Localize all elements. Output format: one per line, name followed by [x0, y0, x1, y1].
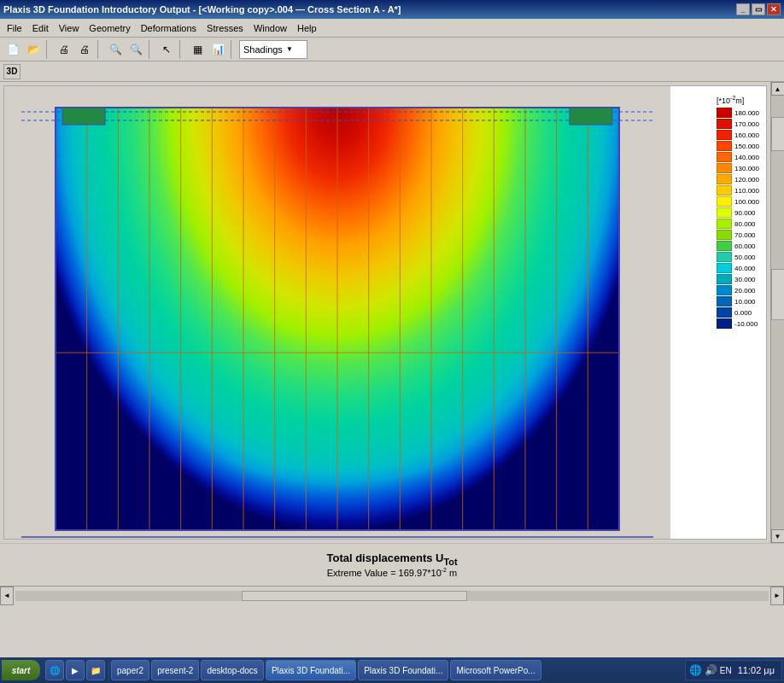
legend-value-label: 60.000: [734, 242, 755, 250]
minimize-btn[interactable]: _: [736, 3, 750, 15]
legend-value-label: 150.000: [734, 143, 759, 150]
open-btn[interactable]: 📂: [24, 40, 43, 59]
legend-entry: -10.000: [717, 318, 759, 329]
legend-color-box: [717, 285, 732, 295]
color-legend: [*10-2m] 180.000170.000160.000150.000140…: [717, 95, 759, 330]
legend-entry: 150.000: [717, 141, 759, 151]
status-bar: ◄ ►: [0, 586, 784, 604]
new-btn[interactable]: 📄: [3, 40, 22, 59]
close-btn[interactable]: ✕: [767, 3, 781, 15]
legend-color-box: [717, 152, 732, 162]
legend-color-box: [717, 318, 732, 329]
legend-color-box: [717, 219, 732, 229]
legend-entry: 180.000: [717, 108, 759, 118]
legend-entry: 30.000: [717, 274, 759, 284]
legend-value-label: 40.000: [734, 265, 755, 272]
restore-btn[interactable]: ▭: [752, 3, 765, 15]
menu-view[interactable]: View: [54, 20, 85, 37]
sep1: [46, 40, 51, 59]
legend-value-label: 110.000: [734, 187, 759, 195]
legend-color-box: [717, 163, 732, 173]
taskbar-powerpoint[interactable]: Microsoft PowerPo...: [450, 660, 541, 680]
menu-bar: File Edit View Geometry Deformations Str…: [0, 19, 784, 38]
legend-color-box: [717, 119, 732, 129]
legend-value-label: 130.000: [734, 165, 759, 172]
legend-value-label: 80.000: [734, 220, 755, 228]
menu-file[interactable]: File: [2, 20, 27, 37]
quick-launch: 🌐 ▶ 📁: [42, 660, 109, 680]
menu-help[interactable]: Help: [292, 20, 322, 37]
start-button[interactable]: start: [2, 660, 40, 680]
window-title: Plaxis 3D Foundation Introductory Output…: [3, 4, 401, 15]
volume-icon: 🔊: [705, 664, 717, 676]
h-scroll-track: [15, 591, 769, 601]
legend-color-box: [717, 130, 732, 140]
zoom-in-btn[interactable]: 🔍: [106, 40, 125, 59]
zoom-out-btn[interactable]: 🔍: [126, 40, 145, 59]
sep2: [97, 40, 102, 59]
window-controls[interactable]: _ ▭ ✕: [736, 3, 781, 15]
legend-color-box: [717, 230, 732, 240]
legend-value-label: 70.000: [734, 231, 755, 239]
cursor-btn[interactable]: ↖: [157, 40, 176, 59]
taskbar-plaxis2[interactable]: Plaxis 3D Foundati...: [358, 660, 448, 680]
folder-icon[interactable]: 📁: [86, 660, 105, 680]
legend-value-label: 140.000: [734, 154, 759, 161]
v-scrollbar[interactable]: ▲ ▼: [770, 82, 784, 543]
legend-color-box: [717, 196, 732, 207]
print2-btn[interactable]: 🖨: [75, 40, 94, 59]
btn-3d[interactable]: 3D: [3, 64, 20, 79]
media-icon[interactable]: ▶: [66, 660, 85, 680]
legend-entries: 180.000170.000160.000150.000140.000130.0…: [717, 108, 759, 330]
taskbar-desktop-docs[interactable]: desktop-docs: [201, 660, 263, 680]
shadings-value: Shadings: [243, 44, 283, 55]
legend-entry: 130.000: [717, 163, 759, 173]
print-btn[interactable]: 🖨: [55, 40, 73, 59]
scroll-down-btn[interactable]: ▼: [771, 529, 785, 543]
legend-value-label: 90.000: [734, 209, 755, 217]
h-scroll-left[interactable]: ◄: [0, 587, 14, 605]
menu-window[interactable]: Window: [249, 20, 292, 37]
legend-value-label: 180.000: [734, 109, 759, 117]
visualization-canvas: [4, 86, 670, 539]
legend-unit: [*10-2m]: [717, 95, 744, 105]
taskbar-plaxis1[interactable]: Plaxis 3D Foundati...: [266, 660, 356, 680]
bottom-info: Total displacements UTot Extreme Value =…: [0, 543, 784, 586]
legend-entry: 110.000: [717, 185, 759, 196]
scroll-thumb[interactable]: [771, 269, 785, 320]
extreme-value: Extreme Value = 169.97*10-2 m: [327, 567, 458, 578]
ie-icon[interactable]: 🌐: [45, 660, 64, 680]
legend-value-label: 0.000: [734, 309, 752, 317]
scroll-track: [771, 96, 785, 529]
menu-deformations[interactable]: Deformations: [136, 20, 202, 37]
legend-color-box: [717, 252, 732, 262]
scroll-thumb-top[interactable]: [771, 117, 785, 151]
legend-color-box: [717, 185, 732, 196]
sep5: [231, 40, 236, 59]
sep4: [179, 40, 184, 59]
legend-color-box: [717, 141, 732, 151]
menu-geometry[interactable]: Geometry: [84, 20, 135, 37]
sep3: [149, 40, 154, 59]
clock: 11:02 μμ: [734, 665, 778, 675]
h-scroll-thumb[interactable]: [242, 591, 468, 601]
menu-edit[interactable]: Edit: [27, 20, 54, 37]
menu-stresses[interactable]: Stresses: [202, 20, 249, 37]
shadings-dropdown[interactable]: Shadings ▼: [239, 40, 307, 59]
plot-area: [*10-2m] 180.000170.000160.000150.000140…: [3, 85, 767, 540]
scroll-up-btn[interactable]: ▲: [771, 82, 785, 96]
network-icon: 🌐: [689, 664, 702, 676]
legend-entry: 120.000: [717, 174, 759, 184]
h-scroll-right[interactable]: ►: [770, 587, 784, 605]
legend-entry: 70.000: [717, 230, 759, 240]
taskbar-paper2[interactable]: paper2: [111, 660, 149, 680]
table-btn[interactable]: ▦: [188, 40, 207, 59]
title-bar: Plaxis 3D Foundation Introductory Output…: [0, 0, 784, 19]
legend-entry: 60.000: [717, 241, 759, 251]
taskbar-present2[interactable]: present-2: [151, 660, 199, 680]
chart-btn[interactable]: 📊: [208, 40, 227, 59]
secondary-toolbar: 3D: [0, 61, 784, 82]
legend-entry: 40.000: [717, 263, 759, 273]
legend-entry: 20.000: [717, 285, 759, 295]
system-tray: 🌐 🔊 EN 11:02 μμ: [685, 660, 782, 680]
